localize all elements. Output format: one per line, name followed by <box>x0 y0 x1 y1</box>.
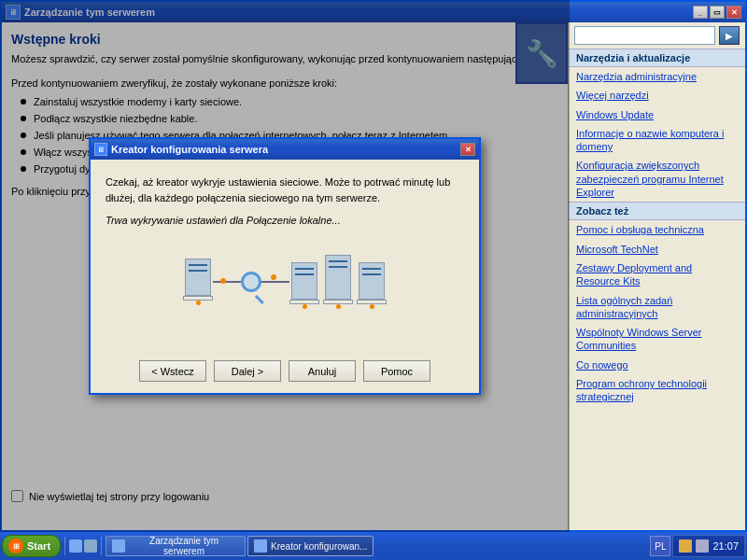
server-dot-r2 <box>336 304 341 309</box>
help-support-link[interactable]: Pomoc i obsługa techniczna <box>569 220 745 239</box>
technet-link[interactable]: Microsoft TechNet <box>569 240 745 259</box>
server-right-1 <box>289 262 319 309</box>
quicklaunch-icon-1[interactable] <box>69 539 82 553</box>
server-right-3 <box>357 262 387 309</box>
cancel-button[interactable]: Anuluj <box>289 360 356 382</box>
server-body-r3 <box>359 262 385 300</box>
modal-overlay: 🖥 Kreator konfigurowania serwera ✕ Czeka… <box>0 0 570 532</box>
tools-section-header: Narzędzia i aktualizacje <box>569 49 745 67</box>
taskbar-icon-wizard <box>254 539 267 553</box>
start-icon: ⊞ <box>8 539 23 553</box>
computer-name-link[interactable]: Informacje o nazwie komputera i domeny <box>569 124 745 157</box>
server-body-r1 <box>291 262 317 300</box>
windows-update-link[interactable]: Windows Update <box>569 105 745 124</box>
tray-icon-2 <box>696 539 709 553</box>
language-indicator[interactable]: PL <box>650 536 670 556</box>
minimize-button[interactable]: _ <box>693 6 708 19</box>
modal-buttons: < Wstecz Dalej > Anuluj Pomoc <box>91 353 479 393</box>
maximize-button[interactable]: ▭ <box>710 6 725 19</box>
taskbar-btn-wizard[interactable]: Kreator konfigurowan... <box>247 536 374 556</box>
taskbar-divider-2 <box>101 537 102 555</box>
magnifier-icon <box>241 272 261 292</box>
taskbar-icon-manage <box>112 539 125 553</box>
ie-security-link[interactable]: Konfiguracja zwiększonych zabezpieczeń p… <box>569 156 745 202</box>
taskbar-divider-1 <box>64 537 65 555</box>
help-button[interactable]: Pomoc <box>363 360 430 382</box>
server-body-r2 <box>325 255 351 300</box>
connector-dot <box>220 278 226 284</box>
communities-link[interactable]: Wspólnoty Windows Server Communities <box>569 323 745 356</box>
taskbar-btn-manage[interactable]: Zarządzanie tym serwerem <box>106 536 246 556</box>
quicklaunch-icon-2[interactable] <box>84 539 97 553</box>
whats-new-link[interactable]: Co nowego <box>569 356 745 374</box>
deployment-kits-link[interactable]: Zestawy Deployment and Resource Kits <box>569 259 745 291</box>
start-label: Start <box>27 540 50 552</box>
close-button[interactable]: ✕ <box>726 6 741 19</box>
tray-icon-1 <box>679 539 692 553</box>
modal-graphic <box>106 245 464 319</box>
taskbar: ⊞ Start Zarządzanie tym serwerem Kreator… <box>0 532 747 560</box>
modal-text: Czekaj, aż kreator wykryje ustawienia si… <box>106 175 464 205</box>
taskbar-btn-wizard-label: Kreator konfigurowan... <box>271 541 367 552</box>
modal-status: Trwa wykrywanie ustawień dla Połączenie … <box>106 215 464 226</box>
tray-time: 21:07 <box>712 540 739 552</box>
admin-tasks-link[interactable]: Lista ogólnych zadań administracyjnych <box>569 291 745 324</box>
server-dot-left <box>196 301 201 305</box>
server-left <box>183 259 213 305</box>
system-tray: 21:07 <box>672 535 745 557</box>
title-bar-buttons: _ ▭ ✕ <box>693 6 741 19</box>
search-input[interactable] <box>574 26 715 45</box>
admin-tools-link[interactable]: Narzędzia administracyjne <box>569 67 745 86</box>
search-area: ▶ <box>569 22 745 49</box>
modal-content: Czekaj, aż kreator wykryje ustawienia si… <box>91 160 479 353</box>
search-button[interactable]: ▶ <box>719 26 740 45</box>
modal-title: Kreator konfigurowania serwera <box>111 144 460 155</box>
modal-dialog: 🖥 Kreator konfigurowania serwera ✕ Czeka… <box>89 137 481 395</box>
right-panel: ▶ Narzędzia i aktualizacje Narzędzia adm… <box>568 22 745 530</box>
server-right-2 <box>323 255 353 309</box>
next-button[interactable]: Dalej > <box>214 360 281 382</box>
strategy-tech-link[interactable]: Program ochrony technologii strategiczne… <box>569 374 745 407</box>
connector-dot-2 <box>271 274 276 280</box>
server-body-left <box>185 259 211 296</box>
connector-right <box>261 281 289 283</box>
see-also-header: Zobacz też <box>569 202 745 220</box>
more-tools-link[interactable]: Więcej narzędzi <box>569 86 745 105</box>
server-dot-r3 <box>370 304 374 309</box>
connector-left <box>213 281 241 283</box>
server-group-right <box>289 255 387 309</box>
modal-title-bar: 🖥 Kreator konfigurowania serwera ✕ <box>91 139 479 160</box>
modal-icon: 🖥 <box>94 143 107 156</box>
back-button[interactable]: < Wstecz <box>139 360 206 382</box>
taskbar-btn-manage-label: Zarządzanie tym serwerem <box>129 536 239 556</box>
start-button[interactable]: ⊞ Start <box>2 535 61 557</box>
server-dot-r1 <box>303 304 307 309</box>
modal-close-button[interactable]: ✕ <box>460 143 475 156</box>
